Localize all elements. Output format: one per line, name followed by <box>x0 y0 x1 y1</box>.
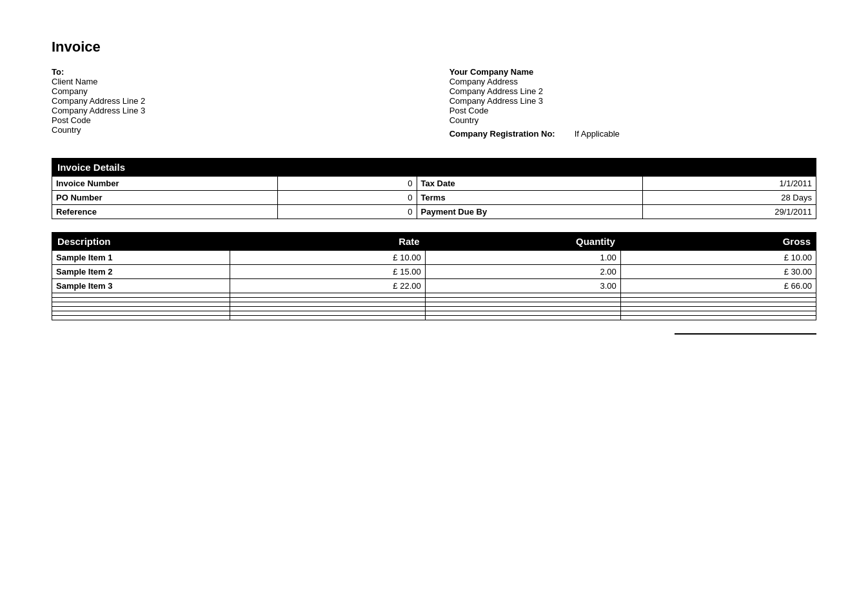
gross-total-row <box>52 333 816 337</box>
item-gross <box>620 307 816 311</box>
payment-due-label: Payment Due By <box>417 205 642 219</box>
item-rate <box>230 298 425 302</box>
to-label: To: <box>52 67 419 77</box>
item-gross <box>620 293 816 298</box>
item-description <box>52 311 230 316</box>
reference-value: 0 <box>278 205 417 219</box>
po-number-value: 0 <box>278 191 417 205</box>
gross-total-value <box>675 333 816 337</box>
item-rate: £ 15.00 <box>230 265 425 279</box>
item-gross: £ 10.00 <box>620 251 816 265</box>
invoice-details-table: Invoice Details Invoice Number 0 Tax Dat… <box>52 158 816 219</box>
table-row: Sample Item 1£ 10.001.00£ 10.00 <box>52 251 816 265</box>
item-rate <box>230 293 425 298</box>
item-description <box>52 316 230 320</box>
item-rate <box>230 302 425 307</box>
po-number-label: PO Number <box>52 191 278 205</box>
table-row <box>52 311 816 316</box>
your-company-post-code: Post Code <box>449 106 816 115</box>
item-quantity <box>425 307 620 311</box>
item-gross <box>620 298 816 302</box>
table-row <box>52 316 816 320</box>
item-rate: £ 10.00 <box>230 251 425 265</box>
your-company-address-line2: Company Address Line 2 <box>449 86 816 96</box>
item-rate <box>230 307 425 311</box>
client-name: Client Name <box>52 77 419 86</box>
item-gross <box>620 311 816 316</box>
item-description <box>52 302 230 307</box>
table-row <box>52 293 816 298</box>
item-gross <box>620 302 816 307</box>
table-row <box>52 307 816 311</box>
item-description <box>52 293 230 298</box>
tax-date-label: Tax Date <box>417 177 642 191</box>
your-company-address-line3: Company Address Line 3 <box>449 96 816 106</box>
item-description <box>52 298 230 302</box>
item-rate: £ 22.00 <box>230 279 425 293</box>
table-row: Sample Item 2£ 15.002.00£ 30.00 <box>52 265 816 279</box>
your-company-address: Company Address <box>449 77 816 86</box>
table-row <box>52 298 816 302</box>
item-quantity <box>425 302 620 307</box>
item-description: Sample Item 3 <box>52 279 230 293</box>
client-company: Company <box>52 86 419 96</box>
your-company-section: Your Company Name Company Address Compan… <box>449 67 816 139</box>
item-quantity: 1.00 <box>425 251 620 265</box>
terms-label: Terms <box>417 191 642 205</box>
client-address-line3: Company Address Line 3 <box>52 106 419 115</box>
client-post-code: Post Code <box>52 115 419 125</box>
bill-to-section: To: Client Name Company Company Address … <box>52 67 419 139</box>
item-description: Sample Item 2 <box>52 265 230 279</box>
item-quantity: 3.00 <box>425 279 620 293</box>
company-reg-label: Company Registration No: <box>449 129 555 139</box>
invoice-number-label: Invoice Number <box>52 177 278 191</box>
invoice-title: Invoice <box>52 39 816 55</box>
terms-value: 28 Days <box>642 191 816 205</box>
client-country: Country <box>52 125 419 135</box>
header-gross: Gross <box>620 233 816 251</box>
item-gross: £ 66.00 <box>620 279 816 293</box>
your-company-country: Country <box>449 115 816 125</box>
your-company-name: Your Company Name <box>449 67 816 77</box>
company-reg-row: Company Registration No: If Applicable <box>449 129 816 139</box>
item-rate <box>230 316 425 320</box>
header-quantity: Quantity <box>425 233 620 251</box>
item-gross <box>620 316 816 320</box>
table-row: Sample Item 3£ 22.003.00£ 66.00 <box>52 279 816 293</box>
invoice-number-value: 0 <box>278 177 417 191</box>
table-row <box>52 302 816 307</box>
item-gross: £ 30.00 <box>620 265 816 279</box>
invoice-details-header: Invoice Details <box>52 159 816 177</box>
client-address-line2: Company Address Line 2 <box>52 96 419 106</box>
item-quantity <box>425 298 620 302</box>
item-quantity <box>425 316 620 320</box>
item-quantity: 2.00 <box>425 265 620 279</box>
header-description: Description <box>52 233 230 251</box>
item-description: Sample Item 1 <box>52 251 230 265</box>
item-description <box>52 307 230 311</box>
item-quantity <box>425 311 620 316</box>
tax-date-value: 1/1/2011 <box>642 177 816 191</box>
header-rate: Rate <box>230 233 425 251</box>
reference-label: Reference <box>52 205 278 219</box>
company-reg-value: If Applicable <box>575 129 620 139</box>
items-table: Description Rate Quantity Gross Sample I… <box>52 232 816 320</box>
payment-due-value: 29/1/2011 <box>642 205 816 219</box>
item-quantity <box>425 293 620 298</box>
header-section: To: Client Name Company Company Address … <box>52 67 816 139</box>
item-rate <box>230 311 425 316</box>
